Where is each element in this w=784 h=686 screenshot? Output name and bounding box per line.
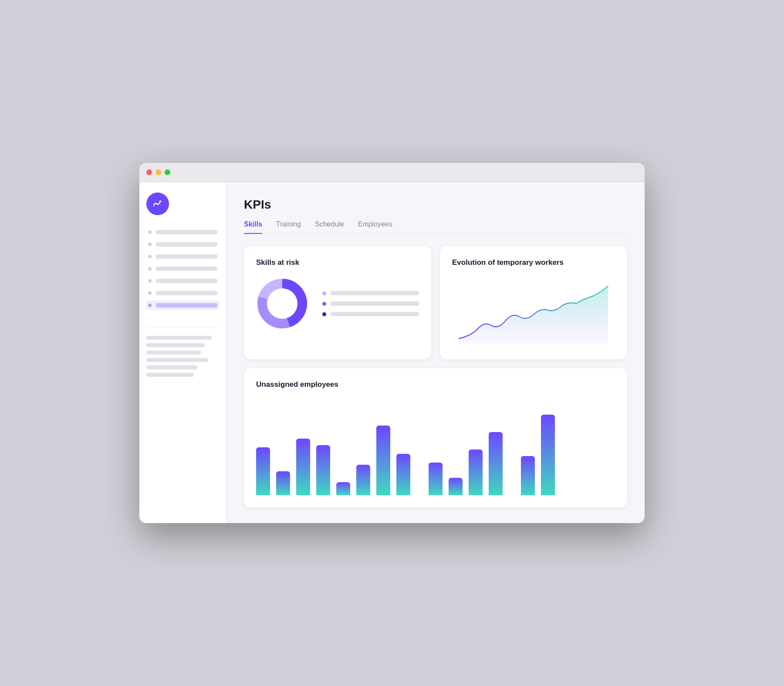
bar-14 — [541, 415, 555, 495]
bar-5 — [336, 482, 350, 495]
sidebar-item-label-active — [156, 303, 217, 308]
temp-workers-title: Evolution of temporary workers — [452, 258, 615, 267]
sidebar-item-5[interactable] — [146, 276, 219, 286]
titlebar — [139, 163, 645, 182]
main-content: KPIs Skills Training Schedule Employees … — [226, 182, 645, 523]
bar-chart — [256, 399, 615, 495]
legend-bar-3 — [331, 312, 419, 316]
bar-1 — [256, 447, 270, 495]
svg-point-5 — [270, 291, 294, 316]
sidebar-line-4 — [146, 358, 208, 362]
tab-employees[interactable]: Employees — [358, 220, 392, 233]
bar-11 — [469, 449, 483, 495]
legend-dot-3 — [322, 312, 326, 316]
sidebar-item-label — [156, 279, 217, 283]
logo-area — [146, 193, 219, 215]
sidebar-line-1 — [146, 336, 212, 340]
bar-8 — [396, 454, 410, 495]
sidebar-item-label — [156, 230, 217, 234]
bar-4 — [316, 445, 330, 495]
unassigned-title: Unassigned employees — [256, 380, 615, 389]
sidebar-item-label — [156, 242, 217, 247]
bar-3 — [296, 439, 310, 495]
temp-workers-card: Evolution of temporary workers — [440, 246, 627, 359]
bar-13 — [521, 456, 535, 495]
donut-container — [256, 277, 419, 330]
sidebar-item-3[interactable] — [146, 252, 219, 261]
sidebar-line-6 — [146, 373, 194, 377]
sidebar-item-label — [156, 291, 217, 295]
sidebar — [139, 182, 226, 523]
line-chart — [452, 277, 615, 347]
legend-item-1 — [322, 291, 419, 295]
sidebar-dot — [148, 255, 152, 258]
tab-skills[interactable]: Skills — [244, 220, 262, 233]
unassigned-employees-card: Unassigned employees — [244, 368, 627, 507]
app-window: KPIs Skills Training Schedule Employees … — [139, 163, 645, 523]
sidebar-item-6[interactable] — [146, 288, 219, 298]
skills-card-title: Skills at risk — [256, 258, 419, 267]
bar-10 — [449, 478, 463, 495]
page-title: KPIs — [244, 198, 627, 212]
sidebar-item-label — [156, 267, 217, 271]
sidebar-extra-section — [146, 336, 219, 377]
sidebar-line-5 — [146, 365, 197, 369]
legend-item-3 — [322, 312, 419, 316]
sidebar-dot — [148, 267, 152, 270]
bar-6 — [356, 465, 370, 495]
tab-schedule[interactable]: Schedule — [315, 220, 344, 233]
minimize-button[interactable] — [155, 169, 161, 175]
sidebar-item-1[interactable] — [146, 227, 219, 237]
sidebar-line-2 — [146, 343, 205, 347]
tab-training[interactable]: Training — [276, 220, 301, 233]
skills-at-risk-card: Skills at risk — [244, 246, 431, 359]
maximize-button[interactable] — [165, 169, 170, 175]
bar-2 — [276, 471, 290, 495]
sidebar-dot — [148, 243, 152, 246]
tabs-bar: Skills Training Schedule Employees — [244, 220, 627, 234]
app-body: KPIs Skills Training Schedule Employees … — [139, 182, 645, 523]
legend-item-2 — [322, 301, 419, 306]
legend-bar-2 — [331, 301, 419, 306]
top-cards-row: Skills at risk — [244, 246, 627, 359]
bar-7 — [376, 426, 390, 495]
logo — [146, 193, 169, 215]
sidebar-item-2[interactable] — [146, 240, 219, 249]
sidebar-dot — [148, 279, 152, 283]
sidebar-dot — [148, 291, 152, 295]
sidebar-item-7[interactable] — [146, 301, 219, 310]
close-button[interactable] — [146, 169, 152, 175]
sidebar-dot — [148, 230, 152, 234]
sidebar-item-label — [156, 254, 217, 259]
svg-point-0 — [159, 200, 161, 202]
bar-9 — [429, 463, 443, 495]
bar-12 — [489, 432, 503, 495]
sidebar-nav-section — [146, 227, 219, 313]
legend-dot-1 — [322, 291, 326, 295]
sidebar-divider — [146, 327, 219, 327]
legend-dot-2 — [322, 302, 326, 306]
sidebar-line-3 — [146, 351, 201, 355]
donut-chart — [256, 277, 308, 330]
sidebar-item-4[interactable] — [146, 264, 219, 274]
legend-bar-1 — [331, 291, 419, 295]
legend-items — [322, 291, 419, 316]
sidebar-dot-active — [148, 304, 152, 307]
